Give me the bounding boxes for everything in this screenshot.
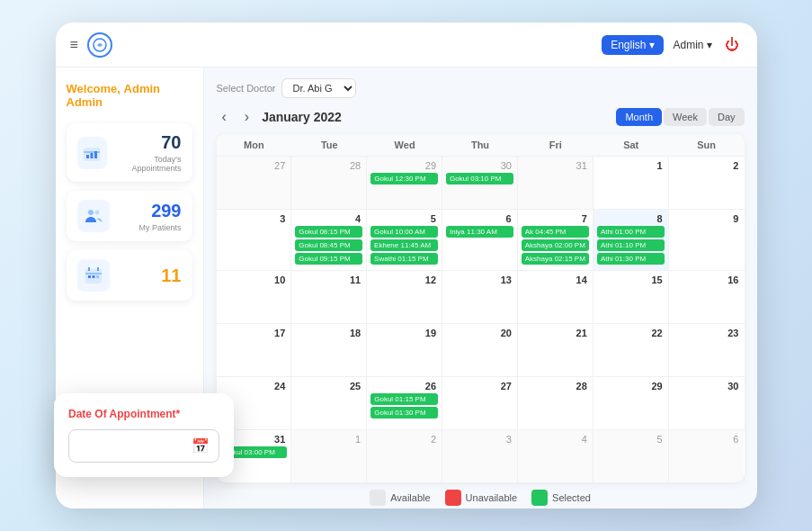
month-view-button[interactable]: Month (616, 108, 662, 126)
calendar-cell[interactable]: 10 (217, 271, 292, 323)
calendar-cell[interactable]: 27 (442, 377, 518, 429)
calendar-event[interactable]: Gokul 08:15 PM (295, 226, 362, 238)
calendar-event[interactable]: Gokul 09:15 PM (295, 253, 362, 265)
unavailable-label: Unavailable (466, 492, 517, 503)
calendar-area: Select Doctor Dr. Abi G ‹ › January 2022… (204, 68, 757, 508)
calendar-cell[interactable]: 4 (518, 430, 593, 482)
calendar-cell[interactable]: 29 (593, 377, 669, 429)
calendar-cell[interactable]: 11 (291, 271, 367, 323)
cal-date-number: 22 (597, 328, 665, 338)
calendar-event[interactable]: Ak 04:45 PM (522, 226, 589, 238)
calendar-event[interactable]: Gokul 01:15 PM (370, 393, 438, 405)
calendar-cell[interactable]: 21 (518, 324, 593, 376)
cal-date-number: 3 (220, 213, 288, 224)
cal-date-number: 8 (597, 213, 665, 224)
cal-date-number: 28 (522, 381, 589, 392)
calendar-cell[interactable]: 14 (518, 271, 593, 323)
cal-date-number: 3 (446, 434, 513, 445)
calendar-cell[interactable]: 9 (669, 210, 745, 270)
calendar-event[interactable]: Akshaya 02:00 PM (522, 239, 589, 251)
calendar-cell[interactable]: 7Ak 04:45 PMAkshaya 02:00 PMAkshaya 02:1… (518, 210, 593, 270)
calendar-cell[interactable]: 1 (291, 430, 367, 482)
patients-count: 299 (138, 201, 181, 221)
cal-date-number: 18 (295, 328, 362, 338)
calendar-event[interactable]: Swathi 01:15 PM (370, 253, 438, 265)
cal-date-number: 27 (220, 160, 288, 171)
cal-date-number: 11 (295, 274, 362, 285)
popup-title: Date Of Appointment* (68, 408, 219, 420)
calendar-cell[interactable]: 31 (518, 157, 593, 209)
welcome-label: Welcome, (67, 82, 120, 95)
admin-button[interactable]: Admin ▾ (673, 39, 711, 51)
day-header-sun: Sun (669, 134, 745, 156)
calendar-cell[interactable]: 2 (669, 157, 745, 209)
calendar-cell[interactable]: 25 (291, 377, 367, 429)
cal-date-number: 2 (673, 160, 741, 171)
calendar-event[interactable]: Athi 01:00 PM (597, 226, 665, 238)
cal-date-number: 19 (370, 328, 438, 338)
calendar-cell[interactable]: 8Athi 01:00 PMAthi 01:10 PMAthi 01:30 PM (593, 210, 669, 270)
next-month-button[interactable]: › (239, 107, 254, 127)
calendar-event[interactable]: Ekhene 11:45 AM (370, 239, 438, 251)
calendar-cell[interactable]: 30Gokul 03:10 PM (442, 157, 518, 209)
calendar-cell[interactable]: 3 (442, 430, 518, 482)
calendar-cell[interactable]: 28 (518, 377, 593, 429)
svg-rect-5 (94, 151, 97, 158)
prev-month-button[interactable]: ‹ (217, 107, 232, 127)
cal-date-number: 16 (673, 274, 741, 285)
calendar-event[interactable]: Athi 01:30 PM (597, 253, 665, 265)
calendar-event[interactable]: Gokul 03:10 PM (446, 173, 513, 184)
hamburger-icon[interactable]: ≡ (70, 37, 78, 53)
svg-rect-2 (84, 151, 100, 153)
date-input[interactable]: 📅 (68, 429, 219, 463)
calendar-cell[interactable]: 5Gokul 10:00 AMEkhene 11:45 AMSwathi 01:… (367, 210, 442, 270)
calendar-cell[interactable]: 16 (669, 271, 745, 323)
calendar-week-5: 31Gokul 03:00 PM123456 (217, 430, 745, 482)
calendar-event[interactable]: Athi 01:10 PM (597, 239, 665, 251)
calendar-weeks: 272829Gokul 12:30 PM30Gokul 03:10 PM3112… (217, 157, 745, 482)
calendar-cell[interactable]: 6Iniya 11:30 AM (442, 210, 518, 270)
day-header-sat: Sat (593, 134, 669, 156)
calendar-cell[interactable]: 29Gokul 12:30 PM (367, 157, 442, 209)
calendar-cell[interactable]: 12 (367, 271, 442, 323)
calendar-cell[interactable]: 4Gokul 08:15 PMGokul 08:45 PMGokul 09:15… (291, 210, 367, 270)
calendar-cell[interactable]: 27 (217, 157, 292, 209)
cal-date-number: 9 (673, 213, 741, 224)
unavailable-dot (445, 490, 461, 506)
language-button[interactable]: English ▾ (602, 35, 664, 55)
calendar-event[interactable]: Iniya 11:30 AM (446, 226, 513, 238)
calendar-cell[interactable]: 28 (291, 157, 367, 209)
calendar-cell[interactable]: 1 (593, 157, 669, 209)
calendar-cell[interactable]: 13 (442, 271, 518, 323)
calendar-cell[interactable]: 18 (291, 324, 367, 376)
calendar-cell[interactable]: 15 (593, 271, 669, 323)
appointment-popup: Date Of Appointment* 📅 (54, 393, 234, 477)
svg-point-7 (94, 211, 99, 215)
cal-date-number: 29 (597, 381, 665, 392)
chevron-down-icon: ▾ (707, 39, 712, 51)
calendar-cell[interactable]: 20 (442, 324, 518, 376)
calendar-cell[interactable]: 26Gokul 01:15 PMGokul 01:30 PM (367, 377, 442, 429)
power-button[interactable]: ⏻ (721, 34, 743, 56)
calendar-cell[interactable]: 5 (593, 430, 669, 482)
language-label: English (611, 39, 646, 51)
day-view-button[interactable]: Day (709, 108, 745, 126)
calendar-cell[interactable]: 22 (593, 324, 669, 376)
calendar-cell[interactable]: 19 (367, 324, 442, 376)
cal-date-number: 6 (446, 213, 513, 224)
calendar-cell[interactable]: 6 (669, 430, 745, 482)
calendar-event[interactable]: Gokul 12:30 PM (370, 173, 438, 184)
calendar-cell[interactable]: 2 (367, 430, 442, 482)
doctor-dropdown[interactable]: Dr. Abi G (281, 78, 356, 98)
calendar-event[interactable]: Gokul 10:00 AM (370, 226, 438, 238)
calendar-event[interactable]: Akshaya 02:15 PM (522, 253, 589, 265)
calendar-event[interactable]: Gokul 01:30 PM (370, 407, 438, 418)
calendar-cell[interactable]: 3 (217, 210, 292, 270)
calendar-cell[interactable]: 17 (217, 324, 292, 376)
calendar-week-1: 34Gokul 08:15 PMGokul 08:45 PMGokul 09:1… (217, 210, 745, 271)
calendar-event[interactable]: Gokul 08:45 PM (295, 239, 362, 251)
cal-date-number: 5 (597, 434, 665, 445)
week-view-button[interactable]: Week (664, 108, 707, 126)
calendar-cell[interactable]: 30 (669, 377, 745, 429)
calendar-cell[interactable]: 23 (669, 324, 745, 376)
